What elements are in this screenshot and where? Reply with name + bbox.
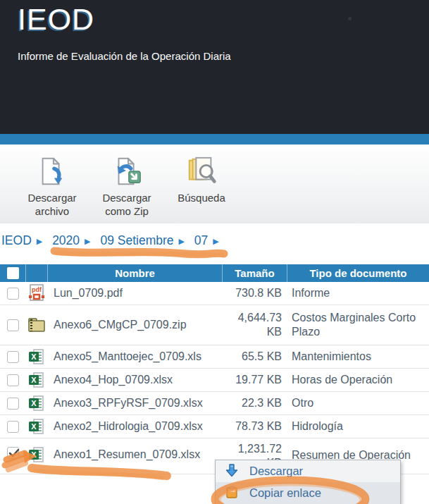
excel-file-icon: X xyxy=(25,369,47,391)
context-menu-label: Copiar enlace xyxy=(249,486,321,500)
context-menu-item-descargar[interactable]: Descargar xyxy=(216,460,400,482)
file-name: Anexo4_Hop_0709.xlsx xyxy=(47,374,222,386)
file-type: Mantenimientos xyxy=(287,350,429,364)
select-all-checkbox[interactable] xyxy=(7,267,19,279)
svg-text:X: X xyxy=(31,352,37,361)
row-checkbox[interactable] xyxy=(7,398,19,410)
context-menu-item-copiar-enlace[interactable]: Copiar enlace xyxy=(216,482,400,504)
file-type: Horas de Operación xyxy=(287,373,429,387)
clipboard-icon xyxy=(225,485,239,502)
breadcrumb-item-day[interactable]: 07 xyxy=(194,233,208,247)
table-row[interactable]: pdf Lun_0709.pdf 730.8 KB Informe xyxy=(0,282,429,305)
row-checkbox[interactable] xyxy=(7,421,19,433)
svg-text:X: X xyxy=(31,399,37,407)
breadcrumb-arrow-icon: ▶ xyxy=(85,237,90,245)
table-row[interactable]: X Anexo4_Hop_0709.xlsx 19.77 KB Horas de… xyxy=(0,369,429,392)
column-header-tipo: Tipo de documento xyxy=(287,264,429,282)
row-checkbox-checked[interactable] xyxy=(7,447,19,459)
icon-column-header xyxy=(25,264,47,282)
download-arrow-icon xyxy=(225,463,239,480)
file-name: Anexo6_CMgCP_0709.zip xyxy=(47,319,222,331)
file-type: Costos Marginales Corto Plazo xyxy=(287,311,429,339)
breadcrumb-item-2020[interactable]: 2020 xyxy=(52,233,80,247)
excel-file-icon: X xyxy=(25,345,47,368)
table-row[interactable]: Anexo6_CMgCP_0709.zip 4,644.73 KB Costos… xyxy=(0,305,429,345)
column-header-nombre: Nombre xyxy=(47,264,222,282)
row-checkbox[interactable] xyxy=(7,288,19,300)
table-row[interactable]: X Anexo2_Hidrologia_0709.xlsx 78.73 KB H… xyxy=(0,415,429,438)
excel-file-icon: X xyxy=(25,438,47,462)
row-checkbox[interactable] xyxy=(7,319,19,331)
svg-text:X: X xyxy=(31,376,37,384)
svg-text:X: X xyxy=(31,450,37,459)
download-zip-icon xyxy=(110,154,144,188)
file-type: Otro xyxy=(287,396,429,410)
file-size: 22.3 KB xyxy=(222,396,287,410)
download-file-icon xyxy=(35,154,69,188)
file-table: Nombre Tamaño Tipo de documento pdf Lun_… xyxy=(0,264,429,474)
breadcrumb-arrow-icon: ▶ xyxy=(179,237,185,245)
file-size: 730.8 KB xyxy=(222,286,287,300)
breadcrumb-arrow-icon: ▶ xyxy=(213,237,218,245)
file-name: Anexo2_Hidrologia_0709.xlsx xyxy=(47,420,222,433)
file-name: Anexo3_RPFyRSF_0709.xlsx xyxy=(47,397,222,410)
file-size: 65.5 KB xyxy=(222,350,287,364)
accent-divider-bar xyxy=(0,134,429,145)
file-size: 4,644.73 KB xyxy=(222,311,287,339)
row-checkbox[interactable] xyxy=(7,374,19,386)
download-zip-button[interactable]: Descargar como Zip xyxy=(93,154,161,219)
search-docs-icon xyxy=(185,154,218,188)
breadcrumb-arrow-icon: ▶ xyxy=(37,237,42,245)
context-menu: Descargar Copiar enlace xyxy=(215,460,401,504)
file-name: Anexo5_Manttoejec_0709.xls xyxy=(47,350,222,363)
column-header-tamano: Tamaño xyxy=(222,264,287,282)
header-dot xyxy=(348,17,352,20)
search-label: Búsqueda xyxy=(178,192,225,205)
row-checkbox[interactable] xyxy=(7,351,19,363)
breadcrumb-item-month[interactable]: 09 Setiembre xyxy=(100,233,173,247)
table-header-row: Nombre Tamaño Tipo de documento xyxy=(0,264,429,282)
file-type: Resumen de Operación xyxy=(287,438,429,462)
svg-text:X: X xyxy=(31,422,37,431)
excel-file-icon: X xyxy=(25,415,47,438)
excel-file-icon: X xyxy=(25,392,47,414)
breadcrumb-item-ieod[interactable]: IEOD xyxy=(1,233,32,247)
highlight-underline-breadcrumb xyxy=(54,251,224,254)
table-row[interactable]: X Anexo3_RPFyRSF_0709.xlsx 22.3 KB Otro xyxy=(0,392,429,415)
toolbar: Descargar archivo Descargar como Zip xyxy=(0,145,429,223)
download-file-button[interactable]: Descargar archivo xyxy=(18,154,86,219)
file-name: Lun_0709.pdf xyxy=(47,287,222,300)
file-name: Anexo1_Resumen_0709.xlsx xyxy=(47,438,222,461)
page-header: IEOD Informe de Evaluación de la Operaci… xyxy=(0,0,429,134)
file-size: 19.77 KB xyxy=(222,373,287,387)
breadcrumb: IEOD▶ 2020▶ 09 Setiembre▶ 07▶ xyxy=(1,233,225,248)
table-row[interactable]: X Anexo5_Manttoejec_0709.xls 65.5 KB Man… xyxy=(0,345,429,369)
svg-text:pdf: pdf xyxy=(32,286,42,293)
page-subtitle: Informe de Evaluación de la Operación Di… xyxy=(18,50,231,62)
zip-file-icon xyxy=(25,305,47,345)
download-file-label: Descargar archivo xyxy=(22,192,82,219)
file-size: 78.73 KB xyxy=(222,419,287,434)
file-type: Informe xyxy=(287,286,429,300)
file-type: Hidrología xyxy=(287,419,429,434)
search-button[interactable]: Búsqueda xyxy=(168,154,235,205)
page-title: IEOD xyxy=(18,2,94,37)
download-zip-label: Descargar como Zip xyxy=(97,192,157,219)
pdf-file-icon: pdf xyxy=(25,282,47,305)
context-menu-label: Descargar xyxy=(249,465,303,478)
